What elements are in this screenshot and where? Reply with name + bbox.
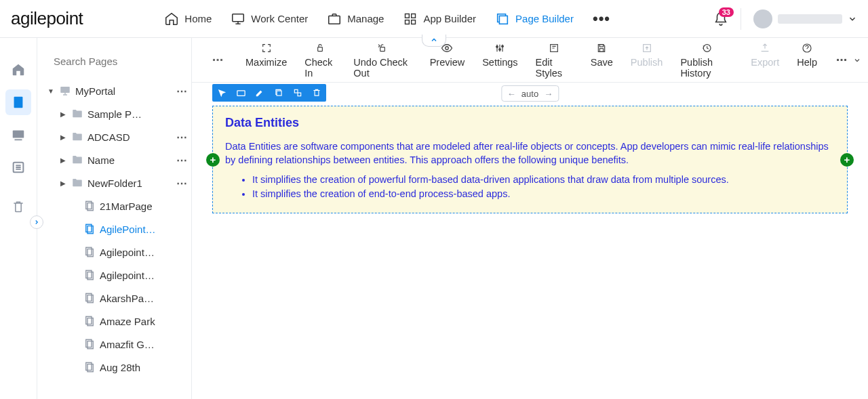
selection-select-parent[interactable] bbox=[212, 84, 231, 102]
tree-row[interactable]: ▶NewFolder1⋯ bbox=[37, 171, 191, 194]
folder-icon bbox=[71, 177, 83, 189]
nav-home[interactable]: Home bbox=[164, 12, 212, 26]
svg-point-33 bbox=[499, 48, 501, 50]
caret-icon[interactable]: ▶ bbox=[59, 180, 67, 187]
nav-app-builder[interactable]: App Builder bbox=[403, 12, 476, 26]
tree-row[interactable]: Amaze Park bbox=[37, 310, 191, 333]
tree-label: Agilepoint… bbox=[100, 247, 187, 258]
tree-row[interactable]: Agilepoint… bbox=[37, 240, 191, 264]
caret-icon[interactable]: ▶ bbox=[59, 110, 67, 118]
toolbar-check-in[interactable]: Check In bbox=[296, 42, 344, 79]
nav-label: App Builder bbox=[423, 13, 476, 24]
briefcase-icon bbox=[327, 12, 342, 26]
tree-row[interactable]: AkarshPa… bbox=[37, 287, 191, 310]
tree-row[interactable]: Aug 28th bbox=[37, 356, 191, 379]
selection-edit[interactable] bbox=[250, 84, 269, 102]
header-right: 33 bbox=[713, 8, 857, 30]
list-icon bbox=[11, 160, 26, 175]
row-menu-icon[interactable]: ⋯ bbox=[176, 131, 187, 144]
toolbar-label: Undo Check Out bbox=[353, 57, 412, 79]
page-icon bbox=[83, 315, 96, 327]
toolbar-publish: Publish bbox=[622, 42, 672, 79]
toolbar-more-left-icon[interactable]: ··· bbox=[208, 52, 227, 68]
folder-icon bbox=[71, 108, 83, 120]
toolbar-icon bbox=[596, 42, 607, 54]
toolbar-icon bbox=[261, 42, 272, 54]
content-bullets: It simplifies the creation of powerful f… bbox=[225, 173, 835, 203]
caret-icon[interactable]: ▼ bbox=[47, 87, 55, 95]
user-menu[interactable] bbox=[753, 9, 857, 28]
selection-delete[interactable] bbox=[307, 84, 326, 102]
tree-row[interactable]: ▶Sample P… bbox=[37, 102, 191, 125]
toolbar-publish-history[interactable]: Publish History bbox=[671, 42, 742, 79]
rail-templates[interactable] bbox=[5, 122, 31, 148]
row-menu-icon[interactable]: ⋯ bbox=[176, 177, 187, 190]
selection-copy[interactable] bbox=[269, 84, 288, 102]
nav-manage[interactable]: Manage bbox=[327, 12, 384, 26]
tree-row[interactable]: 21MarPage bbox=[37, 194, 191, 217]
top-header: agilepoint Home Work Center Manage App B… bbox=[0, 0, 868, 38]
tree-label: Aug 28th bbox=[100, 362, 187, 373]
add-right-button[interactable]: + bbox=[840, 153, 854, 167]
search-box[interactable] bbox=[37, 50, 191, 77]
svg-point-31 bbox=[446, 46, 449, 49]
caret-icon[interactable]: ▶ bbox=[59, 133, 67, 141]
toolbar-maximize[interactable]: Maximize bbox=[237, 42, 296, 79]
page-tree: ▼MyPortal⋯▶Sample P…▶ADCASD⋯▶Name⋯▶NewFo… bbox=[37, 77, 191, 399]
rail-pages[interactable] bbox=[5, 89, 31, 115]
selection-widget[interactable] bbox=[231, 84, 250, 102]
selected-content-block[interactable]: + + Data Entities Data Entities are soft… bbox=[212, 106, 848, 213]
chevron-right-icon bbox=[33, 219, 40, 226]
nav-work-center[interactable]: Work Center bbox=[231, 12, 308, 26]
toolbar-undo-check-out[interactable]: Undo Check Out bbox=[344, 42, 420, 79]
trash-icon bbox=[12, 200, 25, 213]
nav-more-icon[interactable]: ••• bbox=[593, 10, 610, 28]
svg-rect-43 bbox=[294, 89, 298, 93]
toolbar-label: Settings bbox=[482, 57, 517, 68]
avatar-icon bbox=[753, 9, 772, 28]
toolbar-help[interactable]: Help bbox=[788, 42, 826, 79]
svg-rect-1 bbox=[329, 16, 340, 24]
row-menu-icon[interactable]: ⋯ bbox=[176, 154, 187, 167]
divider bbox=[741, 8, 741, 30]
toolbar-save[interactable]: Save bbox=[582, 42, 622, 79]
rail-list[interactable] bbox=[5, 154, 31, 180]
arrow-left-icon[interactable]: ← bbox=[507, 89, 516, 99]
toolbar: ··· MaximizeCheck InUndo Check OutPrevie… bbox=[192, 38, 868, 83]
notifications-button[interactable]: 33 bbox=[713, 12, 728, 26]
nav-page-builder[interactable]: Page Builder bbox=[495, 12, 574, 26]
svg-point-32 bbox=[496, 45, 498, 47]
svg-rect-12 bbox=[60, 87, 70, 93]
toolbar-more-right-icon[interactable]: ··· bbox=[831, 52, 852, 68]
content-paragraph: Data Entities are software components th… bbox=[225, 140, 835, 167]
arrow-right-icon[interactable]: → bbox=[544, 89, 553, 99]
toolbar-preview[interactable]: Preview bbox=[421, 42, 474, 79]
row-menu-icon[interactable]: ⋯ bbox=[176, 85, 187, 98]
add-left-button[interactable]: + bbox=[206, 153, 220, 167]
rail-home[interactable] bbox=[5, 57, 31, 83]
tree-row[interactable]: ▼MyPortal⋯ bbox=[37, 79, 191, 102]
toolbar-label: Save bbox=[591, 57, 613, 68]
selection-duplicate[interactable] bbox=[288, 84, 307, 102]
selection-toolbar bbox=[212, 84, 326, 102]
page-icon bbox=[83, 269, 96, 281]
toolbar-edit-styles[interactable]: Edit Styles bbox=[527, 42, 582, 79]
caret-icon[interactable]: ▶ bbox=[59, 156, 67, 164]
content-bullet: It simplifies the creation of powerful f… bbox=[252, 173, 835, 188]
toolbar-settings[interactable]: Settings bbox=[473, 42, 526, 79]
svg-rect-7 bbox=[14, 97, 23, 108]
tree-row[interactable]: Amazfit G… bbox=[37, 333, 191, 356]
tree-row[interactable]: AgilePoint… bbox=[37, 217, 191, 240]
toolbar-export: Export bbox=[742, 42, 788, 79]
rail-expand-button[interactable] bbox=[30, 215, 43, 229]
tree-row[interactable]: Agilepoint… bbox=[37, 264, 191, 287]
document-icon bbox=[11, 95, 26, 110]
tree-row[interactable]: ▶ADCASD⋯ bbox=[37, 125, 191, 148]
tree-row[interactable]: ▶Name⋯ bbox=[37, 148, 191, 171]
search-input[interactable] bbox=[54, 56, 182, 67]
collapse-header-tab[interactable] bbox=[422, 35, 446, 47]
chevron-down-icon[interactable] bbox=[853, 56, 861, 64]
rail-trash[interactable] bbox=[5, 194, 31, 219]
toolbar-icon bbox=[701, 42, 712, 54]
page-icon bbox=[83, 361, 96, 373]
